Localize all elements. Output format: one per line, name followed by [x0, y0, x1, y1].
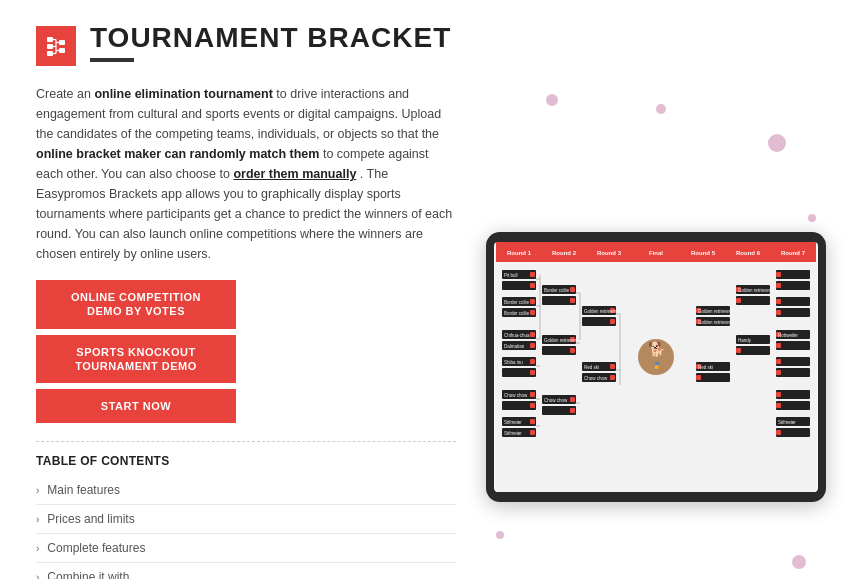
svg-rect-117 — [776, 403, 781, 408]
svg-rect-96 — [736, 346, 770, 355]
svg-text:🐕: 🐕 — [648, 341, 666, 358]
decorative-dot — [792, 555, 806, 569]
title-block: TOURNAMENT BRACKET — [90, 24, 451, 62]
svg-rect-93 — [736, 298, 741, 303]
right-column: Round 1 Round 2 Round 3 Final Round 5 Ro… — [486, 84, 826, 579]
svg-text:Handy: Handy — [738, 338, 752, 343]
svg-text:Red ski: Red ski — [584, 365, 599, 370]
page: TOURNAMENT BRACKET Create an online elim… — [0, 0, 855, 579]
page-title: TOURNAMENT BRACKET — [90, 24, 451, 52]
svg-rect-32 — [530, 332, 535, 337]
svg-rect-77 — [610, 375, 615, 380]
svg-rect-103 — [776, 299, 781, 304]
svg-rect-112 — [776, 368, 810, 377]
svg-text:Red ski: Red ski — [698, 365, 713, 370]
svg-rect-27 — [530, 299, 535, 304]
svg-rect-21 — [530, 272, 535, 277]
content-area: Create an online elimination tournament … — [36, 84, 819, 579]
header: TOURNAMENT BRACKET — [36, 24, 819, 66]
svg-text:Border collie: Border collie — [504, 311, 530, 316]
decorative-dot — [656, 104, 666, 114]
svg-rect-38 — [530, 359, 535, 364]
svg-rect-97 — [736, 348, 741, 353]
svg-text:Golden retriever: Golden retriever — [698, 320, 731, 325]
svg-rect-104 — [776, 308, 810, 317]
svg-rect-75 — [610, 364, 615, 369]
svg-rect-102 — [776, 297, 810, 306]
button-group: ONLINE COMPETITIONDEMO BY VOTES SPORTS K… — [36, 280, 456, 423]
svg-rect-108 — [776, 341, 810, 350]
decorative-dot — [496, 531, 504, 539]
svg-rect-4 — [59, 48, 65, 53]
svg-rect-2 — [47, 51, 53, 56]
svg-text:Round 6: Round 6 — [736, 250, 761, 256]
toc-item-combine[interactable]: › Combine it with — [36, 563, 456, 579]
svg-rect-110 — [776, 357, 810, 366]
chevron-right-icon: › — [36, 543, 39, 554]
svg-rect-45 — [530, 403, 535, 408]
svg-text:Rottweiler: Rottweiler — [778, 333, 799, 338]
sports-knockout-button[interactable]: SPORTS KNOCKOUTTOURNAMENT DEMO — [36, 335, 236, 384]
svg-text:🏅: 🏅 — [653, 362, 661, 370]
demo-votes-button[interactable]: ONLINE COMPETITIONDEMO BY VOTES — [36, 280, 236, 329]
decorative-dot — [808, 214, 816, 222]
svg-rect-115 — [776, 392, 781, 397]
svg-rect-98 — [776, 270, 810, 279]
svg-rect-113 — [776, 370, 781, 375]
svg-rect-1 — [47, 44, 53, 49]
svg-rect-101 — [776, 283, 781, 288]
svg-text:Chow chow: Chow chow — [584, 376, 608, 381]
svg-text:Golden retriever: Golden retriever — [584, 309, 617, 314]
decorative-dot — [546, 94, 558, 106]
tablet-screen: Round 1 Round 2 Round 3 Final Round 5 Ro… — [494, 242, 818, 492]
svg-text:Pit bull: Pit bull — [504, 273, 518, 278]
toc-item-complete[interactable]: › Complete features — [36, 534, 456, 563]
svg-rect-50 — [530, 430, 535, 435]
svg-rect-105 — [776, 310, 781, 315]
svg-rect-34 — [530, 343, 535, 348]
svg-rect-111 — [776, 359, 781, 364]
svg-text:Chihua-chua: Chihua-chua — [504, 333, 530, 338]
svg-rect-121 — [776, 430, 781, 435]
svg-rect-55 — [570, 298, 575, 303]
svg-rect-120 — [776, 428, 810, 437]
svg-text:Round 5: Round 5 — [691, 250, 716, 256]
toc-item-prices[interactable]: › Prices and limits — [36, 505, 456, 534]
tournament-icon — [44, 34, 68, 58]
svg-rect-48 — [530, 419, 535, 424]
svg-rect-61 — [570, 348, 575, 353]
svg-rect-92 — [736, 296, 770, 305]
svg-rect-116 — [776, 401, 810, 410]
start-now-button[interactable]: START NOW — [36, 389, 236, 423]
svg-text:Chow chow: Chow chow — [504, 393, 528, 398]
svg-rect-43 — [530, 392, 535, 397]
svg-text:Stifmeier: Stifmeier — [778, 420, 796, 425]
svg-text:Round 3: Round 3 — [597, 250, 622, 256]
svg-text:Golden retriever: Golden retriever — [544, 338, 577, 343]
svg-text:Round 7: Round 7 — [781, 250, 806, 256]
svg-rect-23 — [530, 283, 535, 288]
left-column: Create an online elimination tournament … — [36, 84, 456, 579]
svg-rect-40 — [530, 370, 535, 375]
chevron-right-icon: › — [36, 572, 39, 579]
svg-text:Stifmeier: Stifmeier — [504, 420, 522, 425]
svg-rect-109 — [776, 343, 781, 348]
description-text: Create an online elimination tournament … — [36, 84, 456, 264]
svg-text:Chow chow: Chow chow — [544, 398, 568, 403]
svg-rect-53 — [570, 287, 575, 292]
svg-rect-66 — [570, 408, 575, 413]
svg-rect-114 — [776, 390, 810, 399]
tablet-mockup: Round 1 Round 2 Round 3 Final Round 5 Ro… — [486, 232, 826, 502]
svg-rect-88 — [696, 373, 730, 382]
toc-title: TABLE OF CONTENTS — [36, 454, 456, 468]
svg-text:Golden retriever: Golden retriever — [698, 309, 731, 314]
svg-rect-3 — [59, 40, 65, 45]
svg-rect-89 — [696, 375, 701, 380]
title-underline — [90, 58, 134, 62]
toc-item-main-features[interactable]: › Main features — [36, 476, 456, 505]
chevron-right-icon: › — [36, 514, 39, 525]
svg-rect-64 — [570, 397, 575, 402]
svg-text:Golden retriever: Golden retriever — [738, 288, 771, 293]
svg-text:Round 1: Round 1 — [507, 250, 532, 256]
svg-rect-100 — [776, 281, 810, 290]
